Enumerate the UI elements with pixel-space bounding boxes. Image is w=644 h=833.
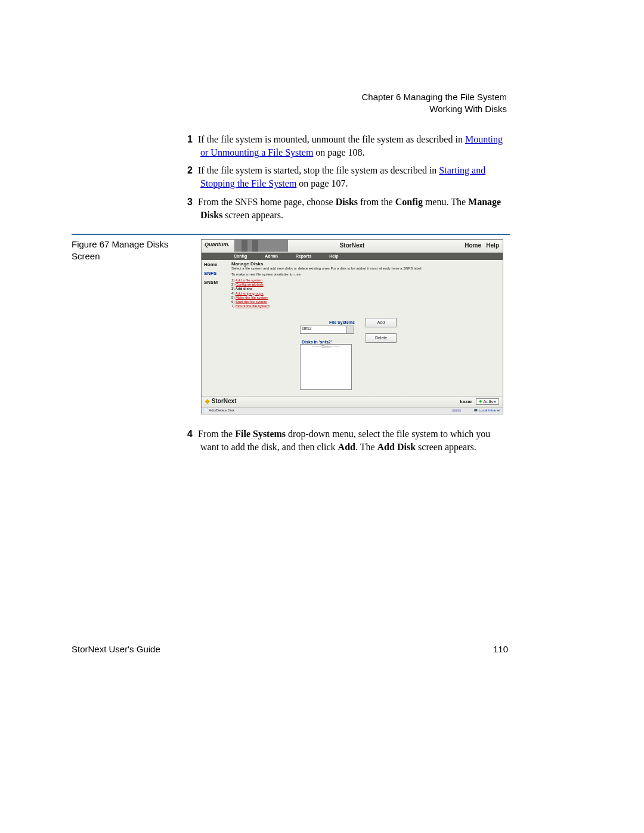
app-titlebar: Quantum. StorNext Home Help — [202, 240, 503, 253]
status-left-text: Add/Delete Disk — [209, 408, 234, 412]
file-systems-label: File Systems — [201, 320, 500, 324]
footer-logo-text: StorNext — [212, 398, 237, 404]
status-right-text: Local intranet — [479, 408, 500, 412]
status-ticks-icon: ▮▮▮▮▮ — [452, 408, 461, 412]
app-footer: ◆ StorNext kazar ● Active — [202, 396, 503, 408]
footer-status: kazar ● Active — [460, 398, 499, 404]
logo-dot-icon: ◆ — [205, 398, 210, 404]
disks-label: Disks in 'snfs2' — [302, 340, 500, 344]
t: menu. The — [423, 197, 468, 207]
help-link[interactable]: Help — [486, 242, 499, 249]
step-add-file-system[interactable]: Add a file system — [236, 278, 263, 282]
t: Disks — [336, 197, 358, 207]
host-name: kazar — [460, 399, 472, 404]
menu-config[interactable]: Config — [234, 253, 247, 260]
status-right: 💻 Local intranet — [473, 408, 500, 412]
nav-snfs[interactable]: SNFS — [202, 269, 230, 278]
app-body: Home SNFS SNSM Manage Disks Select a fil… — [202, 260, 503, 396]
panel-title: Manage Disks — [231, 261, 500, 267]
nav-home[interactable]: Home — [202, 260, 230, 269]
t: From the — [198, 429, 235, 439]
header-links: Home Help — [465, 242, 499, 249]
page-header: Chapter 6 Managing the File System Worki… — [362, 91, 507, 116]
browser-status-bar: 📄 Add/Delete Disk ▮▮▮▮▮ 💻 Local intranet — [202, 407, 503, 414]
step-configure-globals[interactable]: Configure globals — [236, 283, 264, 286]
step-4: 4From the File Systems drop-down menu, s… — [200, 428, 510, 454]
footer-guide: StorNext User's Guide — [72, 644, 160, 654]
document-page: Chapter 6 Managing the File System Worki… — [0, 0, 644, 833]
step-start-file-system[interactable]: Start the file system — [236, 300, 267, 304]
t: Add — [338, 442, 355, 452]
step-mount-file-system[interactable]: Mount the file system — [236, 304, 270, 308]
step-number: 2 — [187, 164, 198, 177]
step-text: If the file system is mounted, unmount t… — [198, 134, 465, 144]
howto-steps: 1) Add a file system 2) Configure global… — [231, 278, 500, 308]
sidebar: Home SNFS SNSM — [202, 260, 230, 287]
step-text-tail: on page 107. — [296, 178, 348, 188]
t: from the — [358, 197, 395, 207]
n: 1) — [231, 278, 236, 282]
footer-page: 110 — [493, 644, 508, 654]
file-systems-select[interactable]: snfs2 — [300, 326, 354, 334]
t: File Systems — [235, 429, 286, 439]
step-add-stripe-groups[interactable]: Add stripe groups — [236, 292, 264, 295]
panel-desc: Select a file system and add new disks o… — [231, 267, 500, 270]
app-title: StorNext — [202, 242, 503, 249]
step-make-file-system[interactable]: Make the file system — [236, 296, 268, 299]
menu-reports[interactable]: Reports — [296, 253, 311, 260]
t: . The — [355, 442, 377, 452]
add-button[interactable]: Add — [366, 318, 397, 327]
status-left: 📄 Add/Delete Disk — [204, 408, 234, 412]
step-2: 2If the file system is started, stop the… — [200, 164, 510, 191]
step-text: If the file system is started, stop the … — [198, 165, 439, 175]
section-title: Working With Disks — [362, 103, 507, 115]
file-systems-value: snfs2 — [302, 326, 312, 330]
disks-placeholder: --------Disks-------- — [312, 345, 340, 348]
step-number: 1 — [187, 133, 198, 146]
step-number: 4 — [187, 428, 198, 441]
divider — [72, 234, 510, 235]
step-number: 3 — [187, 196, 198, 209]
footer-logo: ◆ StorNext — [205, 398, 236, 404]
n: 7) — [231, 304, 236, 308]
step-3: 3From the SNFS home page, choose Disks f… — [200, 196, 510, 222]
step-1: 1If the file system is mounted, unmount … — [200, 133, 510, 160]
n: 6) — [231, 300, 236, 304]
main-panel: Manage Disks Select a file system and ad… — [231, 261, 500, 390]
buttons: Add Delete — [366, 318, 397, 349]
t: screen appears. — [222, 210, 283, 220]
step-text-tail: on page 108. — [313, 147, 364, 157]
menu-admin[interactable]: Admin — [265, 253, 278, 260]
n: 5) — [231, 296, 236, 299]
n: 4) — [231, 292, 236, 295]
delete-button[interactable]: Delete — [366, 333, 397, 343]
t: From the SNFS home page, choose — [198, 197, 336, 207]
nav-snsm[interactable]: SNSM — [202, 278, 230, 287]
menu-help[interactable]: Help — [329, 253, 338, 260]
status-badge: ● Active — [476, 398, 499, 405]
t: Config — [395, 197, 423, 207]
home-link[interactable]: Home — [465, 242, 481, 249]
chapter-title: Chapter 6 Managing the File System — [362, 91, 507, 103]
howto-intro: To make a new file system available for … — [231, 272, 500, 276]
t: screen appears. — [416, 442, 476, 452]
disks-listbox[interactable]: --------Disks-------- — [300, 344, 352, 390]
manage-disks-screenshot: Quantum. StorNext Home Help Config Admin… — [201, 239, 503, 414]
menu-bar: Config Admin Reports Help — [202, 253, 503, 260]
n: 2) — [231, 283, 236, 286]
figure-caption: Figure 67 Manage Disks Screen — [72, 239, 191, 262]
t: Add Disk — [377, 442, 416, 452]
status-text: Active — [483, 399, 496, 404]
step-add-disks: 3) Add disks — [231, 287, 252, 290]
status-dot-icon: ● — [479, 398, 482, 404]
